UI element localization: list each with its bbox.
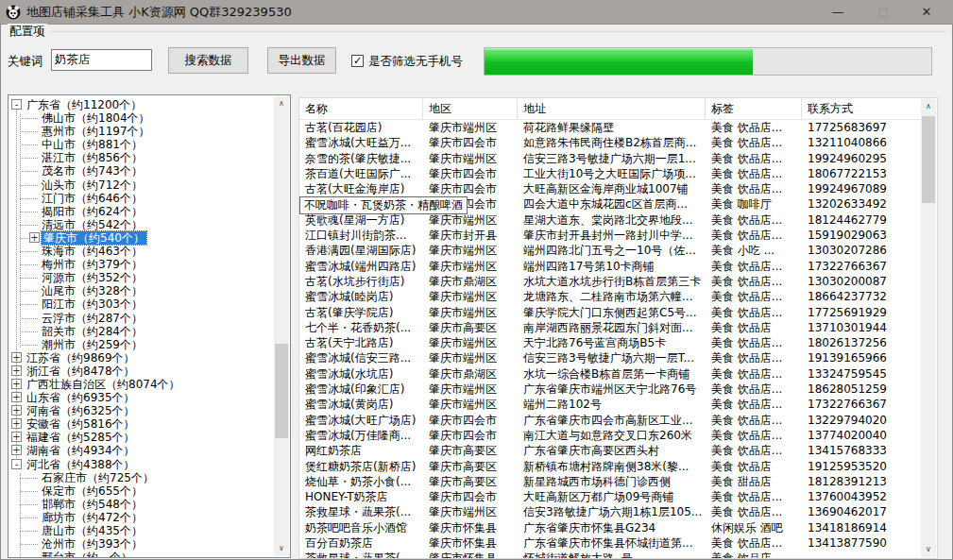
- export-data-button[interactable]: 导出数据: [267, 47, 336, 74]
- table-row[interactable]: 江口镇封川街韵茶...肇庆市封开县肇庆市封开县封州一路封川中学...美食 饮品店…: [299, 228, 937, 243]
- tree-item[interactable]: -河北省（约4388个）: [9, 458, 273, 471]
- tree-item[interactable]: 梅州市（约379个）: [9, 258, 273, 271]
- expand-icon[interactable]: +: [11, 418, 22, 429]
- table-row[interactable]: 古茗(肇庆学院店)肇庆市端州区肇庆学院大门口东侧西起第C5号...美食 饮品店.…: [299, 305, 937, 320]
- table-row[interactable]: 蜜雪冰城(睦岗店)肇庆市端州区龙塘路东、二桂路南市场第六幢...美食 饮品店..…: [299, 289, 937, 304]
- expand-icon[interactable]: +: [11, 445, 22, 455]
- tree-item[interactable]: 韶关市（约284个）: [9, 325, 273, 338]
- tree-item[interactable]: 惠州市（约1197个）: [9, 125, 273, 138]
- table-row[interactable]: 古茗(大旺金海岸店)肇庆市四会市大旺高新区金海岸商业城1007铺美食 饮品店..…: [299, 181, 937, 196]
- collapse-icon[interactable]: -: [11, 99, 22, 110]
- col-phone[interactable]: 联系方式: [802, 98, 922, 120]
- tree-item[interactable]: 廊坊市（约472个）: [9, 511, 273, 524]
- table-cell: 南岸湖西路丽景花园东门斜对面...: [518, 320, 706, 335]
- table-row[interactable]: 煲红糖奶茶店(新桥店)肇庆市高要区新桥镇布塘村路牌南侧38米(黎...美食 饮品…: [299, 459, 937, 474]
- tree-item[interactable]: 中山市（约881个）: [9, 138, 273, 151]
- tree-item[interactable]: 石家庄市（约725个）: [9, 471, 273, 484]
- tree-item[interactable]: +广西壮族自治区（约8074个）: [9, 378, 273, 391]
- tree-item[interactable]: +山东省（约6935个）: [9, 391, 273, 404]
- table-row[interactable]: 蜜雪冰城(万佳隆商...肇庆市四会市南江大道与如意路交叉口东260米美食 饮品店…: [299, 428, 937, 443]
- tree-item[interactable]: +肇庆市（约540个）: [9, 231, 273, 245]
- close-button[interactable]: ✕: [906, 0, 947, 25]
- table-row[interactable]: 香港满园(星湖国际店)肇庆市端州区端州四路北门五号之一10号（佐...美食 小吃…: [299, 243, 937, 258]
- table-cell: 美食 饮品店: [706, 459, 802, 474]
- tree-item[interactable]: 保定市（约655个）: [9, 484, 273, 498]
- keyword-input[interactable]: [51, 49, 152, 71]
- table-row[interactable]: 茶救星球・蔬果茶(...肇庆市怀集县怀城街道解放大路..号美食 饮品店...: [299, 551, 937, 559]
- table-row[interactable]: 蜜雪冰城(大旺益万...肇庆市四会市如意路朱伟民商住楼B2栋首层商...美食 饮…: [299, 135, 937, 150]
- tree-item[interactable]: 云浮市（约287个）: [9, 312, 273, 325]
- search-data-button[interactable]: 搜索数据: [168, 47, 248, 74]
- tree-item[interactable]: 湛江市（约856个）: [9, 151, 273, 164]
- col-region[interactable]: 地区: [423, 98, 518, 120]
- tree-item[interactable]: 揭阳市（约624个）: [9, 205, 273, 218]
- tree-item[interactable]: 茂名市（约743个）: [9, 164, 273, 178]
- tree-item[interactable]: 河源市（约352个）: [9, 271, 273, 284]
- expand-icon[interactable]: +: [11, 379, 22, 389]
- expand-icon[interactable]: +: [11, 405, 22, 416]
- tree-item[interactable]: 邢台市（约…个）: [9, 551, 273, 558]
- table-row[interactable]: 蜜雪冰城(信安三路...肇庆市端州区信安三路3号敏捷广场六期一层T...美食 饮…: [299, 350, 937, 365]
- tree-item[interactable]: +福建省（约5285个）: [9, 431, 273, 444]
- table-row[interactable]: 蜜雪冰城(大旺广场店)肇庆市四会市广东省肇庆市四会市高新区工业...美食 饮品店…: [299, 413, 937, 428]
- tree-item[interactable]: 汕头市（约712个）: [9, 178, 273, 192]
- tree-item[interactable]: 珠海市（约463个）: [9, 245, 273, 258]
- tree-item[interactable]: 江门市（约646个）: [9, 192, 273, 205]
- tree-item[interactable]: -广东省（约11200个）: [9, 98, 273, 111]
- table-row[interactable]: HONEY-T奶茶店肇庆市四会市大旺高新区万都广场09号商铺美食 饮品店...1…: [299, 489, 937, 504]
- scroll-up-icon[interactable]: ∧: [274, 96, 289, 111]
- table-row[interactable]: 奈雪的茶(肇庆敏捷...肇庆市端州区信安三路3号敏捷广场六期一层1...美食 饮…: [299, 151, 937, 166]
- table-row[interactable]: 古茗(百花园店)肇庆市端州区荷花路鲜果缘隔壁美食 饮品店...177256836…: [299, 120, 937, 135]
- table-row[interactable]: 蜜雪冰城(水坑店)肇庆市鼎湖区水坑一综合楼B栋首层第一卡商铺美食 饮品店...1…: [299, 366, 937, 382]
- table-row[interactable]: 蜜雪冰城(黄岗店)肇庆市端州区端州二路102号美食 饮品店...17322766…: [299, 397, 937, 412]
- minimize-button[interactable]: —: [817, 0, 859, 25]
- tree-item-label: 惠州市（约1197个）: [42, 125, 150, 138]
- tree-item[interactable]: 唐山市（约435个）: [9, 524, 273, 537]
- table-row[interactable]: 七个半・花香奶茶(...肇庆市高要区南岸湖西路丽景花园东门斜对面...美食 饮品…: [299, 320, 937, 335]
- scroll-up-icon[interactable]: ∧: [921, 99, 936, 114]
- table-row[interactable]: 奶茶吧吧音乐小酒馆肇庆市怀集县广东省肇庆市怀集县G234休闲娱乐 酒吧13418…: [299, 520, 937, 535]
- title-bar[interactable]: 地图店铺采集工具 小K资源网 QQ群329239530 — □ ✕: [0, 0, 953, 25]
- tree-item[interactable]: 潮州市（约259个）: [9, 338, 273, 351]
- table-row[interactable]: 茶救星球・蔬果茶(...肇庆市端州区信安3路敏捷广场六期1栋1层105...美食…: [299, 504, 937, 519]
- col-address[interactable]: 地址: [518, 98, 706, 120]
- table-row[interactable]: 网红奶茶店肇庆市高要区广东省肇庆市高要区西头村美食 饮品店...13415768…: [299, 443, 937, 458]
- table-scrollbar-thumb[interactable]: [922, 116, 935, 203]
- expand-icon[interactable]: +: [11, 392, 22, 402]
- table-row[interactable]: 茶百道(大旺国际广...肇庆市四会市工业大街10号之大旺国际广场项...美食 饮…: [299, 166, 937, 181]
- tree-item[interactable]: 阳江市（约303个）: [9, 297, 273, 311]
- tree-item[interactable]: +安徽省（约5816个）: [9, 417, 273, 431]
- tree-item[interactable]: 邯郸市（约548个）: [9, 498, 273, 511]
- expand-icon[interactable]: +: [11, 432, 22, 442]
- tree-item[interactable]: +河南省（约6325个）: [9, 404, 273, 417]
- scroll-down-icon[interactable]: ∨: [274, 541, 289, 556]
- filter-checkbox[interactable]: ✓: [351, 55, 364, 67]
- collapse-icon[interactable]: -: [11, 459, 22, 469]
- tree-item[interactable]: +江苏省（约9869个）: [9, 351, 273, 365]
- table-cell: 茶救星球・蔬果茶(...: [299, 551, 423, 559]
- tree-item[interactable]: 清远市（约542个）: [9, 218, 273, 231]
- tree-item[interactable]: 汕尾市（约328个）: [9, 284, 273, 297]
- table-row[interactable]: 烧仙草・奶茶小食(...肇庆市高要区新星路城西市场科德门诊西侧美食 甜品店181…: [299, 474, 937, 489]
- table-row[interactable]: 百分百奶茶店肇庆市怀集县广东省肇庆市怀集县怀城街道第...美食 饮品店...13…: [299, 535, 937, 551]
- tree-scrollbar-thumb[interactable]: [275, 344, 288, 438]
- tree-item[interactable]: +湖南省（约4934个）: [9, 444, 273, 457]
- table-row[interactable]: 古茗(天宁北路店)肇庆市端州区天宁北路76号蓝宫商场B5卡美食 饮品店...18…: [299, 335, 937, 350]
- table-row[interactable]: 古茗(水坑步行街店)肇庆市鼎湖区水坑大道水坑步行街B栋首层第三卡美食 饮品店..…: [299, 274, 937, 289]
- table-row[interactable]: 英歌魂(星湖一方店)肇庆市端州区星湖大道东、棠岗路北交界地段...美食 饮品店.…: [299, 212, 937, 228]
- col-name[interactable]: 名称: [299, 98, 423, 120]
- tree-item[interactable]: 沧州市（约393个）: [9, 537, 273, 551]
- expand-icon[interactable]: +: [29, 232, 40, 243]
- expand-icon[interactable]: +: [11, 365, 22, 376]
- table-cell: 古茗(天宁北路店): [299, 335, 423, 350]
- tree-item[interactable]: +浙江省（约8478个）: [9, 365, 273, 378]
- table-scrollbar[interactable]: ∧ ∨: [921, 99, 936, 557]
- table-row[interactable]: 蜜雪冰城(端州四路店)肇庆市端州区端州四路17号第10卡商铺美食 饮品店...1…: [299, 259, 937, 274]
- expand-icon[interactable]: +: [11, 352, 22, 363]
- col-tags[interactable]: 标签: [706, 98, 802, 120]
- table-row[interactable]: 蜜雪冰城(印象汇店)肇庆市端州区广东省肇庆市端州区天宁北路76号美食 饮品店..…: [299, 382, 937, 397]
- tree-scrollbar[interactable]: ∧ ∨: [274, 96, 289, 556]
- maximize-button[interactable]: □: [862, 0, 904, 25]
- scroll-down-icon[interactable]: ∨: [921, 542, 936, 557]
- tree-item[interactable]: 佛山市（约1804个）: [9, 111, 273, 125]
